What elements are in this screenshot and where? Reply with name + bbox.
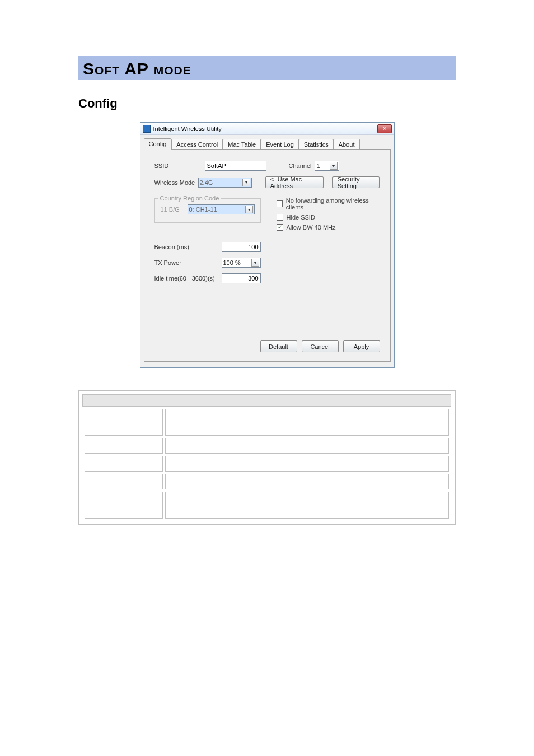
apply-button[interactable]: Apply <box>343 340 380 352</box>
label-ssid: SSID <box>154 162 205 169</box>
label-txpower: TX Power <box>154 259 222 266</box>
cell-key <box>85 492 163 519</box>
default-button[interactable]: Default <box>260 340 297 352</box>
checkbox-allow-bw40[interactable]: ✓ Allow BW 40 MHz <box>277 224 380 231</box>
beacon-input[interactable] <box>222 242 261 252</box>
label-beacon: Beacon (ms) <box>154 244 222 250</box>
table-row <box>85 438 449 454</box>
bg-region-select: 0: CH1-11 ▾ <box>188 204 255 214</box>
use-mac-address-button[interactable]: <- Use Mac Address <box>265 176 324 188</box>
security-setting-button[interactable]: Security Setting <box>332 176 380 188</box>
txpower-value: 100 % <box>223 259 241 266</box>
label-wireless-mode: Wireless Mode <box>154 179 198 186</box>
tab-config[interactable]: Config <box>144 138 172 150</box>
app-icon <box>143 125 151 133</box>
cell-value <box>165 409 449 436</box>
tab-statistics[interactable]: Statistics <box>299 139 334 150</box>
cell-value <box>165 438 449 454</box>
heading-config: Config <box>78 96 456 111</box>
cell-key <box>85 456 163 472</box>
checkbox-no-forwarding[interactable]: No forwarding among wireless clients <box>277 197 380 211</box>
cell-value <box>165 492 449 519</box>
tab-about[interactable]: About <box>334 139 360 150</box>
cell-key <box>85 409 163 436</box>
ssid-input[interactable] <box>205 161 266 171</box>
checkbox-icon <box>277 214 283 221</box>
titlebar: Intelligent Wireless Utility ✕ <box>140 123 394 135</box>
txpower-select[interactable]: 100 % ▾ <box>222 258 261 268</box>
channel-select[interactable]: 1 ▾ <box>315 161 339 171</box>
window-title: Intelligent Wireless Utility <box>153 125 377 132</box>
cancel-button[interactable]: Cancel <box>302 340 339 352</box>
label-11bg: 11 B/G <box>161 206 188 213</box>
chevron-down-icon: ▾ <box>242 179 250 186</box>
chevron-down-icon: ▾ <box>251 259 259 267</box>
table-row <box>85 409 449 436</box>
app-window: Intelligent Wireless Utility ✕ Config Ac… <box>140 122 395 368</box>
description-table <box>82 407 451 521</box>
wireless-mode-value: 2.4G <box>200 179 213 186</box>
group-country-region: Country Region Code 11 B/G 0: CH1-11 ▾ <box>154 198 261 223</box>
checkbox-label: No forwarding among wireless clients <box>286 197 380 211</box>
checkbox-label: Hide SSID <box>287 214 315 221</box>
bg-region-value: 0: CH1-11 <box>189 206 217 213</box>
idle-time-input[interactable] <box>222 273 261 283</box>
description-table-header <box>82 394 451 407</box>
tab-page-config: SSID Channel 1 ▾ Wireless Mode 2.4G <box>144 149 391 362</box>
screenshot-container: Intelligent Wireless Utility ✕ Config Ac… <box>78 122 456 368</box>
heading-soft-ap-mode: Soft AP mode <box>78 56 456 80</box>
chevron-down-icon: ▾ <box>330 162 338 170</box>
wireless-mode-select[interactable]: 2.4G ▾ <box>198 178 252 188</box>
channel-value: 1 <box>316 162 320 169</box>
cell-key <box>85 474 163 489</box>
tab-event-log[interactable]: Event Log <box>261 139 299 150</box>
tab-access-control[interactable]: Access Control <box>171 139 223 150</box>
description-table-outer <box>78 390 456 525</box>
table-row <box>85 456 449 472</box>
label-channel: Channel <box>289 162 312 169</box>
cell-key <box>85 438 163 454</box>
checkbox-label: Allow BW 40 MHz <box>287 224 336 231</box>
tab-mac-table[interactable]: Mac Table <box>223 139 261 150</box>
checkbox-icon: ✓ <box>277 224 283 231</box>
group-legend: Country Region Code <box>158 195 221 202</box>
close-icon[interactable]: ✕ <box>377 124 392 133</box>
table-row <box>85 492 449 519</box>
checkbox-icon <box>277 200 283 207</box>
label-idle-time: Idle time(60 - 3600)(s) <box>154 275 222 282</box>
tab-strip: Config Access Control Mac Table Event Lo… <box>144 138 391 150</box>
chevron-down-icon: ▾ <box>245 206 253 213</box>
cell-value <box>165 456 449 472</box>
window-body: Config Access Control Mac Table Event Lo… <box>140 135 394 367</box>
cell-value <box>165 474 449 489</box>
table-row <box>85 474 449 489</box>
checkbox-hide-ssid[interactable]: Hide SSID <box>277 214 380 221</box>
